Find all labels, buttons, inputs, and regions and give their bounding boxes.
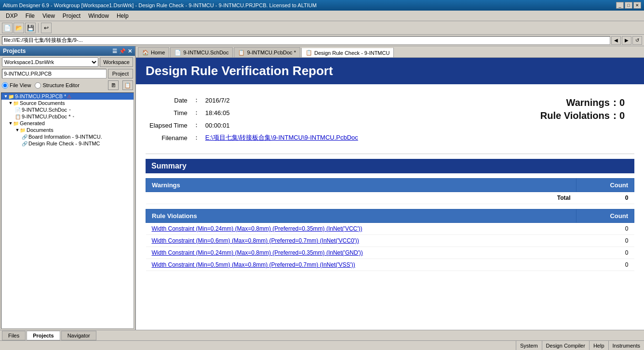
menu-view[interactable]: View [39,12,59,20]
tree-schdoc[interactable]: 📄 9-INTMCU.SchDoc ▪ [1,106,134,113]
menu-window[interactable]: Window [84,12,113,20]
status-design-compiler[interactable]: Design Compiler [542,341,589,350]
panel-header-controls[interactable]: ☰ 📌 ✕ [112,48,132,54]
expander-generated[interactable]: ▼ [8,121,13,126]
tree-docs-label: Documents [27,127,54,133]
undo-button[interactable]: ↩ [41,23,52,33]
tree-source-documents[interactable]: ▼ 📁 Source Documents [1,100,134,106]
panel-pin-icon[interactable]: 📌 [119,48,126,54]
filename-link[interactable]: E:\项目七集\转接板合集\9-INTMCU\9-INTMCU.PcbDoc [205,134,358,141]
summary-header: Summary [146,159,634,173]
project-button[interactable]: Project [108,69,133,78]
warnings-header-row: Warnings Count [146,179,634,192]
elapsed-value: 00:00:01 [201,119,362,131]
address-input[interactable] [2,36,610,45]
drc-tab-icon: 📋 [306,50,312,56]
tree-pcbdoc[interactable]: 📋 9-INTMCU.PcbDoc * ▪ [1,113,134,120]
menu-dxp[interactable]: DXP [2,12,22,20]
menubar: DXP File View Project Window Help [0,11,644,21]
tree-documents-folder[interactable]: ▼ 📁 Documents [1,127,134,133]
menu-project[interactable]: Project [59,12,84,20]
titlebar-text: Altium Designer 6.9 - Workgroup [Workspa… [3,2,317,8]
date-row: Date ： 2016/7/2 [146,94,362,106]
titlebar-controls[interactable]: _ □ ✕ [616,2,641,9]
panel-close-icon[interactable]: ✕ [128,48,132,54]
status-instruments[interactable]: Instruments [608,341,644,350]
refresh-button[interactable]: ↺ [632,36,642,45]
workspace-select[interactable]: Workspace1.DsnWrk [2,57,98,67]
violation-link[interactable]: Width Constraint (Min=0.5mm) (Max=0.8mm)… [152,261,355,268]
workspace-button[interactable]: Workspace [100,57,133,67]
violations-col-header: Rule Violations [146,209,577,223]
tab-schdoc-label: 9-INTMCU.SchDoc [183,50,228,55]
time-colon: ： [191,106,201,119]
violation-link[interactable]: Width Constraint (Min=0.24mm) (Max=0.8mm… [152,225,362,232]
expander-source[interactable]: ▼ [8,101,13,105]
open-button[interactable]: 📂 [13,23,24,33]
menu-file[interactable]: File [22,12,39,20]
report-info-table: Date ： 2016/7/2 Time ： 18:46:05 Elapsed … [146,94,362,144]
minimize-button[interactable]: _ [616,2,624,9]
bottom-tab-navigator[interactable]: Navigator [61,331,96,340]
tab-pcbdoc[interactable]: 📋 9-INTMCU.PcbDoc * [234,47,300,57]
schdoc-flag-icon: ▪ [69,107,70,112]
tree-source-label: Source Documents [20,100,65,106]
expander-project[interactable]: ▼ [3,94,8,99]
violations-table-row: Width Constraint (Min=0.24mm) (Max=0.8mm… [146,247,634,259]
violation-link[interactable]: Width Constraint (Min=0.6mm) (Max=0.8mm)… [152,237,359,244]
tab-home[interactable]: 🏠 Home [138,47,169,57]
generated-folder-icon: 📁 [13,121,19,126]
go-forward-button[interactable]: ▶ [622,36,631,45]
violation-link[interactable]: Width Constraint (Min=0.24mm) (Max=0.8mm… [152,249,363,256]
tree-drc[interactable]: 🔗 Design Rule Check - 9-INTMC [1,140,134,147]
tree-generated[interactable]: ▼ 📁 Generated [1,120,134,127]
status-help[interactable]: Help [589,341,608,350]
tab-schdoc[interactable]: 📄 9-INTMCU.SchDoc [170,47,233,57]
drc-icon: 🔗 [22,141,27,146]
tab-drc-label: Design Rule Check - 9-INTMCU [314,50,389,56]
tab-bar: 🏠 Home 📄 9-INTMCU.SchDoc 📋 9-INTMCU.PcbD… [136,46,644,58]
menu-help[interactable]: Help [113,12,133,20]
left-panel: Projects ☰ 📌 ✕ Workspace1.DsnWrk Workspa… [0,46,136,330]
file-view-radio[interactable]: File View [2,82,31,89]
violations-table-row: Width Constraint (Min=0.5mm) (Max=0.8mm)… [146,259,634,271]
violations-header-row: Rule Violations Count [146,209,634,223]
date-colon: ： [191,94,201,106]
bottom-tabs: Files Projects Navigator [0,330,644,340]
project-input[interactable] [2,69,107,78]
close-button[interactable]: ✕ [633,2,641,9]
tree-pcbdoc-label: 9-INTMCU.PcbDoc * [22,114,70,119]
bottom-tab-projects[interactable]: Projects [27,331,60,340]
view-options: File View Structure Editor 🖹 📋 [0,79,135,91]
view-action-btn-1[interactable]: 🖹 [108,80,119,90]
tab-drc[interactable]: 📋 Design Rule Check - 9-INTMCU [301,47,394,57]
project-error-icon: ⚠ [67,94,71,99]
tree-project[interactable]: ▼ 📁 9-INTMCU.PRJPCB * ⚠ [1,93,134,100]
violations-table-row: Width Constraint (Min=0.6mm) (Max=0.8mm)… [146,235,634,247]
tree-area[interactable]: ▼ 📁 9-INTMCU.PRJPCB * ⚠ ▼ 📁 Source Docum… [1,92,134,329]
save-button[interactable]: 💾 [25,23,36,33]
tab-home-label: Home [151,50,165,55]
maximize-button[interactable]: □ [625,2,632,9]
home-icon: 🏠 [142,50,149,56]
new-button[interactable]: 📄 [2,23,13,33]
filename-value[interactable]: E:\项目七集\转接板合集\9-INTMCU\9-INTMCU.PcbDoc [201,131,362,144]
toolbar: 📄 📂 💾 ↩ [0,21,644,35]
tree-drc-label: Design Rule Check - 9-INTMC [28,141,100,146]
go-back-button[interactable]: ◀ [611,36,621,45]
tab-pcbdoc-label: 9-INTMCU.PcbDoc * [247,50,295,55]
filename-label: Filename [146,131,191,144]
project-selector: Project [0,68,135,79]
violation-count: 0 [577,259,634,271]
filename-row: Filename ： E:\项目七集\转接板合集\9-INTMCU\9-INTM… [146,131,362,144]
view-action-btn-2[interactable]: 📋 [122,80,133,90]
workspace-selector: Workspace1.DsnWrk Workspace [0,56,135,68]
panel-menu-icon[interactable]: ☰ [112,48,117,54]
expander-docs[interactable]: ▼ [15,128,20,132]
docs-folder-icon: 📁 [20,128,26,133]
report-info-section: Warnings：0 Rule Violations：0 Date ： 2016… [146,89,634,149]
status-system[interactable]: System [516,341,542,350]
structure-editor-radio[interactable]: Structure Editor [35,82,79,89]
tree-board-info[interactable]: 🔗 Board Information - 9-INTMCU. [1,133,134,140]
bottom-tab-files[interactable]: Files [2,331,26,340]
